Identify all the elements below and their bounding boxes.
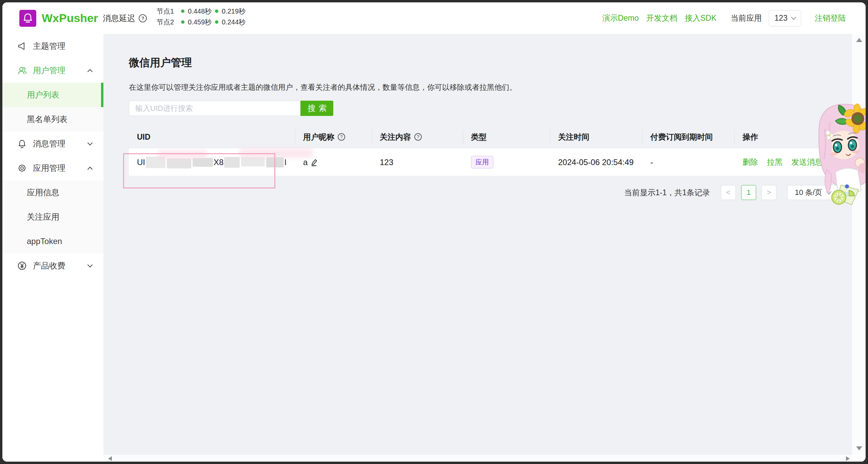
active-indicator (101, 83, 103, 107)
pink-smudge (157, 150, 208, 159)
node-latency-panel: 节点1 0.448秒 0.219秒 节点2 0.459秒 0.244秒 (157, 6, 245, 27)
uid-cell: UI X8 l (129, 148, 295, 176)
col-nickname: 用户昵称 ? (295, 125, 372, 148)
message-delay: 消息延迟 ? (103, 2, 147, 34)
chevron-down-icon (791, 15, 796, 20)
nickname-cell: a (295, 148, 372, 176)
redaction-block (224, 157, 240, 168)
redaction-block (167, 158, 191, 168)
pagination: 当前显示1-1，共1条记录 < 1 > 10 条/页 (624, 185, 838, 200)
sidebar-item-app-mgmt[interactable]: 应用管理 (2, 156, 103, 180)
status-dot (215, 20, 218, 24)
col-content: 关注内容 ? (372, 125, 463, 148)
pagination-summary: 当前显示1-1，共1条记录 (624, 187, 710, 198)
app-window: WxPusher 消息延迟 ? 节点1 0.448秒 0.219秒 节点2 0.… (2, 2, 866, 462)
node-status-row: 节点1 0.448秒 0.219秒 (157, 6, 245, 17)
search-bar: 搜索 (129, 101, 333, 116)
scroll-up-arrow-icon[interactable] (856, 38, 862, 42)
header-right-nav: 演示Demo 开发文档 接入SDK 当前应用 123 注销登陆 (595, 2, 846, 34)
sidebar: 主题管理 用户管理 用户列表 黑名单列表 消息管理 (2, 34, 103, 462)
edit-pencil-icon[interactable] (310, 158, 318, 167)
scrollbar-corner (852, 455, 866, 462)
bell-icon (17, 139, 27, 148)
status-dot (181, 9, 184, 13)
next-page-button[interactable]: > (762, 185, 776, 200)
vertical-scrollbar[interactable] (852, 34, 866, 455)
sidebar-item-message-mgmt[interactable]: 消息管理 (2, 132, 103, 156)
redaction-block (241, 157, 265, 166)
current-app-select[interactable]: 123 (769, 10, 801, 26)
logout-link[interactable]: 注销登陆 (815, 13, 846, 23)
megaphone-icon (17, 41, 27, 51)
chevron-up-icon (87, 69, 93, 74)
help-icon[interactable]: ? (139, 14, 147, 22)
status-dot (181, 20, 184, 24)
prev-page-button[interactable]: < (721, 185, 736, 200)
type-tag: 应用 (471, 156, 493, 168)
redaction-block (266, 157, 284, 167)
users-icon (17, 66, 27, 75)
table-row: UI X8 l a (129, 148, 852, 176)
col-type: 类型 (463, 125, 550, 148)
redaction-block (193, 158, 213, 167)
sidebar-item-theme-mgmt[interactable]: 主题管理 (2, 34, 103, 58)
link-docs[interactable]: 开发文档 (646, 13, 677, 23)
scroll-right-arrow-icon[interactable] (846, 456, 850, 461)
bell-logo-icon (19, 10, 36, 27)
current-app-label: 当前应用 (731, 13, 762, 23)
sidebar-item-user-mgmt[interactable]: 用户管理 (2, 58, 103, 83)
link-sdk[interactable]: 接入SDK (685, 13, 716, 23)
type-cell: 应用 (463, 148, 550, 176)
page-description: 在这里你可以管理关注你应用或者主题的微信用户，查看关注者的具体情况，数量等信息，… (129, 82, 517, 93)
col-follow-time: 关注时间 (550, 125, 642, 148)
wxpusher-logo: WxPusher (19, 2, 98, 34)
scroll-left-arrow-icon[interactable] (108, 456, 112, 461)
current-page-button[interactable]: 1 (741, 185, 756, 200)
users-table: UID 用户昵称 ? 关注内容 ? 类型 关注时间 付费订阅到期时间 (129, 125, 852, 176)
horizontal-scrollbar[interactable] (103, 455, 852, 462)
yen-circle-icon (17, 261, 27, 270)
search-button[interactable]: 搜索 (300, 101, 333, 116)
main-content: 微信用户管理 在这里你可以管理关注你应用或者主题的微信用户，查看关注者的具体情况… (103, 34, 852, 455)
sidebar-item-app-token[interactable]: appToken (2, 229, 103, 254)
chevron-up-icon (87, 166, 93, 172)
help-icon[interactable]: ? (414, 133, 422, 141)
sidebar-item-follow-app[interactable]: 关注应用 (2, 205, 103, 229)
col-paid-expire: 付费订阅到期时间 (642, 125, 734, 148)
node-status-row: 节点2 0.459秒 0.244秒 (157, 17, 245, 27)
sidebar-item-blacklist[interactable]: 黑名单列表 (2, 107, 103, 132)
redacted-uid: UI X8 l (137, 156, 287, 168)
sidebar-item-user-list[interactable]: 用户列表 (2, 83, 103, 107)
gear-icon (17, 163, 27, 173)
chevron-down-icon (87, 140, 93, 145)
page-title: 微信用户管理 (129, 56, 192, 70)
delay-label: 消息延迟 (103, 13, 135, 24)
delete-link[interactable]: 删除 (743, 157, 758, 167)
link-demo[interactable]: 演示Demo (602, 13, 638, 23)
status-dot (215, 9, 218, 13)
help-icon[interactable]: ? (338, 133, 345, 141)
col-uid: UID (129, 125, 295, 148)
search-input[interactable] (129, 101, 300, 116)
brand-name: WxPusher (42, 12, 98, 25)
sidebar-item-pricing[interactable]: 产品收费 (2, 254, 103, 278)
scroll-down-arrow-icon[interactable] (856, 446, 862, 450)
paid-expire-cell: - (642, 148, 734, 176)
sidebar-item-app-info[interactable]: 应用信息 (2, 180, 103, 205)
follow-time-cell: 2024-05-06 20:54:49 (550, 148, 642, 176)
top-header: WxPusher 消息延迟 ? 节点1 0.448秒 0.219秒 节点2 0.… (2, 2, 866, 34)
chevron-down-icon (87, 262, 93, 267)
block-link[interactable]: 拉黑 (767, 157, 783, 167)
mascot-image (816, 102, 866, 207)
content-cell: 123 (372, 148, 463, 176)
table-header-row: UID 用户昵称 ? 关注内容 ? 类型 关注时间 付费订阅到期时间 (129, 125, 852, 148)
